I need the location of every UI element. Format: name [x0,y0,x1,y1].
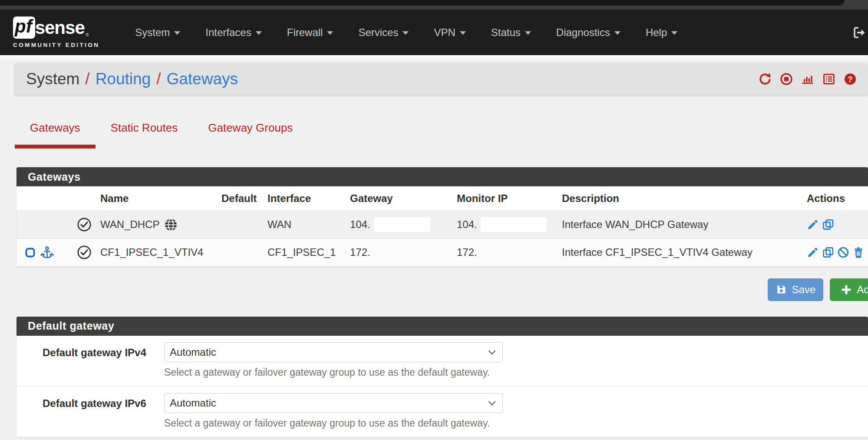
logo-pf-box: pf [13,17,35,39]
gateway-name-cell: WAN_DHCP [100,211,214,238]
default-gateway-ipv6-label: Default gateway IPv6 [43,393,164,410]
col-header-spacer [17,186,69,211]
breadcrumb-separator: / [156,70,161,88]
breadcrumb-gap [0,55,868,63]
sign-out-icon[interactable] [852,26,866,40]
floppy-icon [776,284,787,295]
table-header-row: Name Default Interface Gateway Monitor I… [17,186,868,211]
description-cell: Interface WAN_DHCP Gateway [553,211,796,238]
globe-icon [164,218,178,232]
row-status-icons [17,238,69,266]
description-cell: Interface CF1_IPSEC_1_VTIV4 Gateway [553,238,796,266]
nav-item-status[interactable]: Status [491,26,531,39]
col-header-spacer [69,186,100,211]
gateways-table: Name Default Interface Gateway Monitor I… [17,186,868,267]
breadcrumb-action-icons: ? [759,73,857,86]
default-gateway-ipv4-select[interactable]: Automatic [164,342,503,362]
pencil-icon[interactable] [807,246,819,258]
default-gateway-ipv6-select[interactable]: Automatic [164,393,503,413]
browser-top-strip [0,0,868,10]
browser-tab-corner [0,0,845,6]
col-header-monitor-ip: Monitor IP [442,186,553,211]
copy-icon[interactable] [822,218,834,231]
square-icon[interactable] [24,247,36,258]
nav-item-diagnostics[interactable]: Diagnostics [556,26,620,39]
gateway-interface-cell: WAN [262,211,338,238]
default-gateway-ipv4-label: Default gateway IPv4 [43,342,164,359]
form-row-ipv6: Default gateway IPv6 Automatic Select a … [17,386,868,437]
check-circle-icon [77,245,92,260]
table-list-icon[interactable] [822,73,835,86]
monitor-ip-cell: 104. [442,211,553,238]
ban-icon[interactable] [837,246,849,258]
question-circle-icon[interactable]: ? [844,73,857,86]
chevron-down-icon [403,31,409,35]
logo-edition-text: COMMUNITY EDITION [13,42,99,48]
logo-sense-text: sense [35,19,85,37]
default-gateway-panel: Default gateway Default gateway IPv4 Aut… [17,317,868,437]
button-row: Save Add [17,278,868,301]
nav-item-firewall[interactable]: Firewall [287,26,333,39]
copy-icon[interactable] [822,246,834,258]
monitor-ip-cell: 172. [442,238,553,266]
chevron-down-icon [614,31,620,35]
gateway-online-cell [69,238,100,266]
col-header-gateway: Gateway [338,186,442,211]
gateway-default-cell [214,211,262,238]
trash-icon[interactable] [852,246,865,258]
gateways-panel: Gateways Name Default Interface Gateway … [17,167,868,267]
svg-text:?: ? [848,75,852,84]
nav-menu: System Interfaces Firewall Services VPN … [135,26,677,39]
gateway-name: CF1_IPSEC_1_VTIV4 [100,246,203,258]
nav-item-label: Diagnostics [556,26,610,39]
gateway-address-cell: 172. [338,238,442,266]
anchor-icon[interactable] [40,245,54,260]
tab-gateways[interactable]: Gateways [15,121,96,149]
pfsense-logo[interactable]: pf sense ® COMMUNITY EDITION [13,17,99,48]
bar-chart-icon[interactable] [801,73,814,86]
col-header-default: Default [214,186,262,211]
save-button[interactable]: Save [768,278,824,301]
tab-static-routes[interactable]: Static Routes [96,121,193,149]
breadcrumb-section: System [26,70,79,88]
gateway-online-cell [69,211,100,238]
pencil-icon[interactable] [807,218,819,231]
nav-item-label: Interfaces [205,26,251,39]
nav-item-label: Help [646,26,667,39]
nav-item-system[interactable]: System [135,26,180,39]
breadcrumb-link-gateways[interactable]: Gateways [166,70,238,88]
default-gateway-panel-title: Default gateway [17,317,868,336]
nav-item-services[interactable]: Services [358,26,409,39]
breadcrumb-link-routing[interactable]: Routing [96,70,151,88]
logo-registered-mark: ® [86,32,89,37]
tab-gateway-groups[interactable]: Gateway Groups [193,121,308,149]
default-gateway-ipv6-help: Select a gateway or failover gateway gro… [164,417,503,429]
col-header-interface: Interface [262,186,338,211]
refresh-icon[interactable] [759,73,772,86]
gateway-name: WAN_DHCP [100,218,159,231]
row-status-icons [17,211,69,238]
navbar: pf sense ® COMMUNITY EDITION System Inte… [0,10,868,55]
chevron-down-icon [256,31,262,35]
gateway-default-cell [214,238,262,266]
save-button-label: Save [792,284,816,296]
nav-item-label: VPN [434,26,455,39]
gateway-interface-cell: CF1_IPSEC_1 [262,238,338,266]
nav-item-vpn[interactable]: VPN [434,26,465,39]
nav-item-interfaces[interactable]: Interfaces [205,26,261,39]
chevron-down-icon [671,31,677,35]
actions-cell [796,238,868,266]
add-button[interactable]: Add [830,278,868,301]
nav-item-help[interactable]: Help [646,26,677,39]
breadcrumb-separator: / [85,70,89,88]
col-header-description: Description [553,186,796,211]
actions-cell [796,211,868,238]
redaction-box [481,217,547,232]
gateways-panel-title: Gateways [17,167,868,186]
stop-circle-icon[interactable] [780,73,793,86]
form-row-ipv4: Default gateway IPv4 Automatic Select a … [17,336,868,386]
tab-bar: Gateways Static Routes Gateway Groups [15,121,868,149]
gateway-address: 104. [350,218,370,231]
chevron-down-icon [174,31,180,35]
chevron-down-icon [460,31,466,35]
